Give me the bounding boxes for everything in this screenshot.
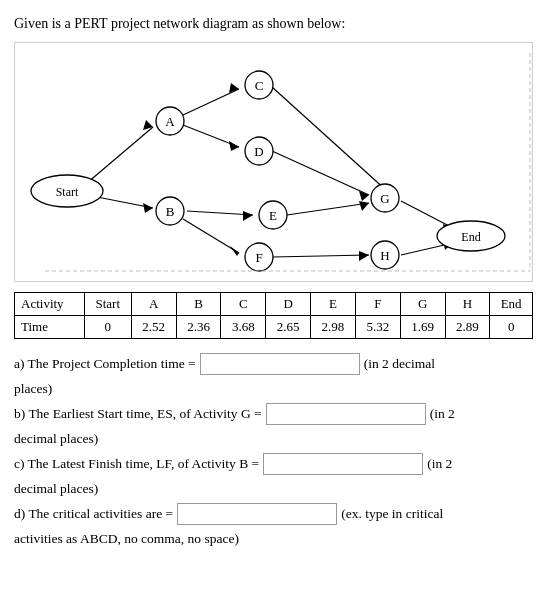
- question-d-input[interactable]: [177, 503, 337, 525]
- question-a-label: a) The Project Completion time =: [14, 353, 196, 376]
- val-e: 2.98: [311, 316, 356, 339]
- pert-diagram: Start A B C D E F G H End: [14, 42, 533, 282]
- svg-line-0: [87, 127, 153, 183]
- question-c-label: c) The Latest Finish time, LF, of Activi…: [14, 453, 259, 476]
- svg-text:D: D: [254, 144, 263, 159]
- question-a-line2: places): [14, 378, 533, 401]
- svg-line-16: [287, 203, 369, 215]
- svg-marker-19: [359, 251, 369, 261]
- svg-marker-9: [243, 211, 253, 221]
- val-b: 2.36: [176, 316, 221, 339]
- svg-text:E: E: [269, 208, 277, 223]
- svg-text:F: F: [255, 250, 262, 265]
- val-f: 5.32: [355, 316, 400, 339]
- svg-text:H: H: [380, 248, 389, 263]
- question-c-suffix2: decimal places): [14, 478, 98, 501]
- svg-line-14: [272, 151, 369, 195]
- question-d-suffix: (ex. type in critical: [341, 503, 443, 526]
- question-b-input[interactable]: [266, 403, 426, 425]
- questions-section: a) The Project Completion time = (in 2 d…: [14, 353, 533, 551]
- col-e: E: [311, 293, 356, 316]
- question-d-label: d) The critical activities are =: [14, 503, 173, 526]
- svg-text:Start: Start: [56, 185, 79, 199]
- col-d: D: [266, 293, 311, 316]
- question-b-label: b) The Earliest Start time, ES, of Activ…: [14, 403, 262, 426]
- col-g: G: [400, 293, 445, 316]
- intro-text: Given is a PERT project network diagram …: [14, 16, 533, 32]
- question-a-input[interactable]: [200, 353, 360, 375]
- question-b-line2: decimal places): [14, 428, 533, 451]
- svg-text:A: A: [165, 114, 175, 129]
- col-f: F: [355, 293, 400, 316]
- svg-marker-11: [230, 246, 239, 256]
- question-c: c) The Latest Finish time, LF, of Activi…: [14, 453, 533, 476]
- val-d: 2.65: [266, 316, 311, 339]
- svg-text:G: G: [380, 191, 389, 206]
- svg-line-20: [401, 201, 453, 228]
- question-c-suffix: (in 2: [427, 453, 452, 476]
- svg-text:End: End: [461, 230, 480, 244]
- col-start: Start: [84, 293, 131, 316]
- col-c: C: [221, 293, 266, 316]
- question-c-input[interactable]: [263, 453, 423, 475]
- question-d: d) The critical activities are = (ex. ty…: [14, 503, 533, 526]
- svg-text:B: B: [166, 204, 175, 219]
- question-b-suffix2: decimal places): [14, 428, 98, 451]
- col-activity: Activity: [15, 293, 85, 316]
- svg-text:C: C: [255, 78, 264, 93]
- val-a: 2.52: [131, 316, 176, 339]
- val-end: 0: [490, 316, 533, 339]
- svg-line-12: [272, 87, 387, 191]
- activity-table: Activity Start A B C D E F G H End Time …: [14, 292, 533, 339]
- svg-line-10: [183, 219, 239, 253]
- svg-marker-3: [143, 203, 153, 213]
- val-c: 3.68: [221, 316, 266, 339]
- svg-line-4: [183, 89, 239, 115]
- question-b-suffix: (in 2: [430, 403, 455, 426]
- svg-line-18: [272, 255, 369, 257]
- question-a-suffix: (in 2 decimal: [364, 353, 435, 376]
- table-data-row: Time 0 2.52 2.36 3.68 2.65 2.98 5.32 1.6…: [15, 316, 533, 339]
- col-b: B: [176, 293, 221, 316]
- col-a: A: [131, 293, 176, 316]
- table-header-row: Activity Start A B C D E F G H End: [15, 293, 533, 316]
- val-g: 1.69: [400, 316, 445, 339]
- question-d-suffix2: activities as ABCD, no comma, no space): [14, 528, 239, 551]
- question-b: b) The Earliest Start time, ES, of Activ…: [14, 403, 533, 426]
- col-h: H: [445, 293, 490, 316]
- val-h: 2.89: [445, 316, 490, 339]
- question-a-suffix2: places): [14, 378, 52, 401]
- col-end: End: [490, 293, 533, 316]
- val-start: 0: [84, 316, 131, 339]
- row-label: Time: [15, 316, 85, 339]
- question-d-line2: activities as ABCD, no comma, no space): [14, 528, 533, 551]
- svg-marker-17: [359, 201, 369, 211]
- question-c-line2: decimal places): [14, 478, 533, 501]
- question-a: a) The Project Completion time = (in 2 d…: [14, 353, 533, 376]
